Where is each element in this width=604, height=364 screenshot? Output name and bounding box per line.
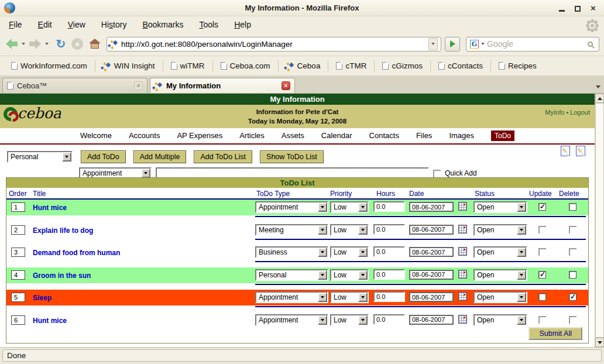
category-select[interactable]: Personal xyxy=(7,151,73,163)
priority-select[interactable]: Low xyxy=(330,314,369,326)
reload-button[interactable]: ↻ xyxy=(54,37,68,51)
todo-title-link[interactable]: Demand food from human xyxy=(33,249,120,257)
date-input[interactable] xyxy=(409,315,454,325)
tab-my-information[interactable]: My Information × xyxy=(150,78,295,93)
calendar-icon[interactable] xyxy=(458,315,467,324)
bookmark-item[interactable]: cContacts xyxy=(431,60,490,73)
todo-type-select[interactable]: Personal xyxy=(255,269,328,281)
bookmark-item[interactable]: cGizmos xyxy=(375,60,430,73)
calendar-icon[interactable] xyxy=(458,292,467,301)
scroll-down-icon[interactable] xyxy=(595,338,604,347)
nav-item-contacts[interactable]: Contacts xyxy=(369,131,399,140)
order-input[interactable] xyxy=(11,315,25,325)
tab-close-icon[interactable]: × xyxy=(134,81,143,90)
nav-item-todo[interactable]: ToDo xyxy=(491,131,514,141)
todo-title-link[interactable]: Groom in the sun xyxy=(33,272,91,280)
menu-item[interactable]: Tools xyxy=(199,20,218,29)
calendar-icon[interactable] xyxy=(458,247,467,256)
tab-list-dropdown[interactable] xyxy=(596,85,600,88)
quick-add-checkbox[interactable] xyxy=(433,170,441,177)
delete-checkbox[interactable] xyxy=(569,293,576,301)
search-engine-dropdown[interactable] xyxy=(481,43,485,45)
add-multiple-button[interactable]: Add Multiple xyxy=(133,150,187,163)
menu-item[interactable]: History xyxy=(101,20,127,29)
scroll-up-icon[interactable] xyxy=(595,94,604,103)
edit-note-icon[interactable] xyxy=(561,146,570,156)
priority-select[interactable]: Low xyxy=(330,291,369,303)
update-checkbox[interactable] xyxy=(538,226,546,233)
nav-item-files[interactable]: Files xyxy=(416,131,432,140)
status-select[interactable]: Open xyxy=(473,246,527,258)
date-input[interactable] xyxy=(409,270,454,280)
update-checkbox[interactable] xyxy=(538,316,546,324)
bookmark-item[interactable]: WIN Insight xyxy=(95,60,163,73)
priority-select[interactable]: Low xyxy=(330,201,369,213)
calendar-icon[interactable] xyxy=(458,225,467,233)
delete-checkbox[interactable] xyxy=(569,226,576,233)
submit-all-button[interactable]: Submit All xyxy=(528,327,582,340)
todo-title-link[interactable]: Explain life to dog xyxy=(33,226,93,235)
calendar-icon[interactable] xyxy=(458,270,467,279)
status-select[interactable]: Open xyxy=(473,201,527,213)
add-todo-list-button[interactable]: Add ToDo List xyxy=(194,150,252,163)
delete-checkbox[interactable] xyxy=(569,248,576,256)
priority-select[interactable]: Low xyxy=(330,224,369,236)
hours-input[interactable] xyxy=(373,291,405,302)
bookmark-item[interactable]: Ceboa.com xyxy=(213,60,278,73)
myinfo-link[interactable]: MyInfo xyxy=(545,109,564,116)
close-button[interactable]: × xyxy=(589,5,597,12)
add-todo-button[interactable]: Add ToDo xyxy=(81,150,126,163)
nav-item-calendar[interactable]: Calendar xyxy=(321,131,352,140)
menu-item[interactable]: File xyxy=(9,20,22,29)
todo-type-select[interactable]: Appointment xyxy=(255,291,328,303)
date-input[interactable] xyxy=(409,225,454,235)
vertical-scrollbar[interactable] xyxy=(595,94,604,347)
url-dropdown-button[interactable] xyxy=(428,38,438,50)
hours-input[interactable] xyxy=(373,246,405,257)
bookmark-item[interactable]: WorkInformed.com xyxy=(4,60,95,73)
update-checkbox[interactable] xyxy=(538,248,546,256)
delete-checkbox[interactable] xyxy=(569,271,576,279)
status-select[interactable]: Open xyxy=(473,269,527,281)
menu-item[interactable]: View xyxy=(68,20,85,29)
tab-ceboa[interactable]: Ceboa™ × xyxy=(2,78,147,93)
back-history-dropdown[interactable] xyxy=(22,43,25,45)
tab-close-icon[interactable]: × xyxy=(282,81,290,90)
hours-input[interactable] xyxy=(373,224,405,235)
go-button[interactable] xyxy=(445,37,460,51)
status-select[interactable]: Open xyxy=(473,314,527,326)
update-checkbox[interactable] xyxy=(538,293,546,301)
order-input[interactable] xyxy=(11,293,25,302)
todo-type-select[interactable]: Appointment xyxy=(255,201,328,213)
bookmark-item[interactable]: Recipes xyxy=(491,60,544,73)
hours-input[interactable] xyxy=(373,314,405,325)
maximize-button[interactable] xyxy=(574,5,581,12)
edit-note-icon[interactable] xyxy=(576,146,585,156)
back-button[interactable] xyxy=(5,37,19,50)
delete-checkbox[interactable] xyxy=(569,316,576,324)
date-input[interactable] xyxy=(409,202,454,212)
stop-button[interactable]: × xyxy=(71,38,83,50)
bookmark-item[interactable]: Ceboa xyxy=(279,60,328,73)
todo-title-link[interactable]: Sleep xyxy=(33,294,52,302)
search-magnifier-icon[interactable] xyxy=(588,42,593,47)
menu-item[interactable]: Edit xyxy=(38,20,52,29)
todo-type-select[interactable]: Appointment xyxy=(255,314,328,326)
status-select[interactable]: Open xyxy=(473,224,527,236)
show-todo-list-button[interactable]: Show ToDo List xyxy=(260,150,324,163)
date-input[interactable] xyxy=(409,247,454,257)
todo-title-link[interactable]: Hunt mice xyxy=(33,204,67,212)
scrollbar-thumb[interactable] xyxy=(595,103,604,338)
search-box[interactable]: G Google xyxy=(466,37,599,51)
logout-link[interactable]: Logout xyxy=(570,109,590,116)
status-select[interactable]: Open xyxy=(473,291,527,303)
forward-button[interactable] xyxy=(28,37,42,50)
menu-item[interactable]: Bookmarks xyxy=(142,20,183,29)
search-placeholder[interactable]: Google xyxy=(487,39,585,49)
minimize-button[interactable] xyxy=(558,5,565,12)
bookmark-item[interactable]: wiTMR xyxy=(163,60,212,73)
url-text[interactable]: http://x0.got.net:8080/personalwin/Login… xyxy=(121,40,425,49)
hours-input[interactable] xyxy=(373,269,405,280)
todo-title-link[interactable]: Hunt mice xyxy=(33,317,67,325)
calendar-icon[interactable] xyxy=(458,202,467,211)
